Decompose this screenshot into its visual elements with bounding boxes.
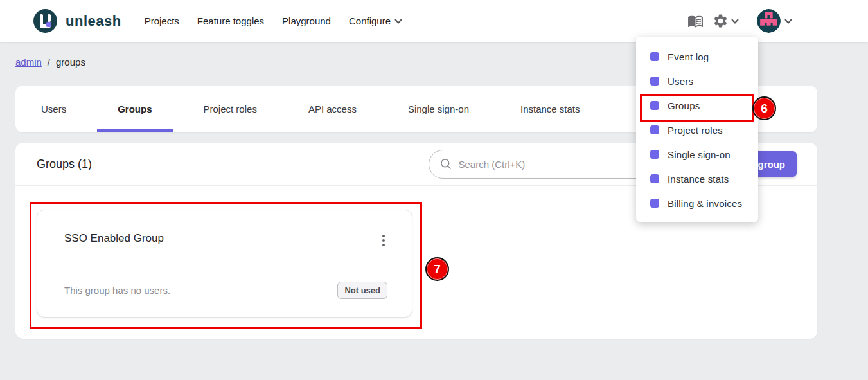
book-icon [687, 13, 704, 29]
group-card-title: SSO Enabled Group [64, 232, 164, 245]
menu-item-groups[interactable]: Groups [636, 93, 758, 118]
settings-menu-button[interactable] [713, 13, 739, 29]
tab-groups[interactable]: Groups [92, 86, 177, 132]
gear-icon [713, 13, 729, 29]
profile-menu-button[interactable] [757, 9, 792, 33]
menu-item-single-sign-on[interactable]: Single sign-on [636, 142, 758, 167]
chevron-down-icon [731, 19, 739, 24]
group-card-sso-enabled-group[interactable]: SSO Enabled Group This group has no user… [37, 210, 412, 318]
page-title: Groups (1) [37, 158, 92, 171]
tab-project-roles[interactable]: Project roles [178, 86, 283, 132]
tab-instance-stats[interactable]: Instance stats [495, 86, 606, 132]
not-used-badge: Not used [337, 282, 387, 299]
group-empty-text: This group has no users. [64, 285, 170, 296]
menu-square-icon [650, 174, 659, 183]
brand-name: unleash [66, 13, 121, 30]
primary-nav: Projects Feature toggles Playground Conf… [136, 15, 411, 26]
menu-item-instance-stats[interactable]: Instance stats [636, 167, 758, 191]
breadcrumb-separator: / [48, 57, 50, 68]
kebab-menu-icon[interactable] [380, 232, 387, 249]
nav-configure[interactable]: Configure [340, 15, 411, 26]
chevron-down-icon [784, 19, 792, 24]
top-navbar: unleash Projects Feature toggles Playgro… [0, 0, 868, 42]
user-avatar [757, 9, 781, 33]
tab-users[interactable]: Users [15, 86, 92, 132]
unleash-logo[interactable]: unleash [33, 9, 121, 33]
menu-square-icon [650, 125, 659, 134]
unleash-logo-icon [33, 9, 57, 33]
menu-square-icon [650, 77, 659, 86]
breadcrumb-admin-link[interactable]: admin [15, 57, 42, 68]
menu-square-icon [650, 52, 659, 61]
menu-item-users[interactable]: Users [636, 69, 758, 93]
menu-square-icon [650, 101, 659, 110]
nav-feature-toggles[interactable]: Feature toggles [188, 15, 273, 26]
tab-single-sign-on[interactable]: Single sign-on [382, 86, 495, 132]
menu-square-icon [650, 150, 659, 159]
nav-playground[interactable]: Playground [273, 15, 340, 26]
documentation-button[interactable] [687, 13, 704, 29]
menu-item-event-log[interactable]: Event log [636, 44, 758, 69]
search-icon [439, 158, 452, 170]
breadcrumb: admin / groups [15, 57, 85, 68]
nav-projects[interactable]: Projects [136, 15, 188, 26]
breadcrumb-current: groups [56, 57, 85, 68]
menu-item-billing-invoices[interactable]: Billing & invoices [636, 191, 758, 215]
menu-item-project-roles[interactable]: Project roles [636, 118, 758, 142]
settings-dropdown-menu: Event log Users Groups Project roles Sin… [636, 37, 758, 222]
chevron-down-icon [394, 19, 402, 24]
menu-square-icon [650, 199, 659, 208]
tab-api-access[interactable]: API access [283, 86, 382, 132]
